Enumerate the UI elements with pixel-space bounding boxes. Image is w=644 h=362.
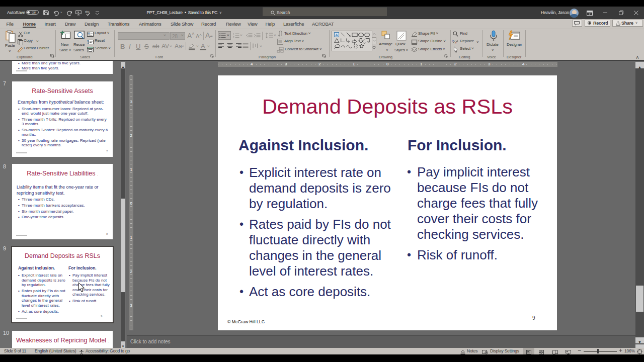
svg-text:abc: abc — [85, 10, 90, 13]
svg-text:1: 1 — [233, 33, 234, 36]
svg-text:2: 2 — [233, 36, 234, 38]
svg-text:A: A — [336, 32, 338, 37]
